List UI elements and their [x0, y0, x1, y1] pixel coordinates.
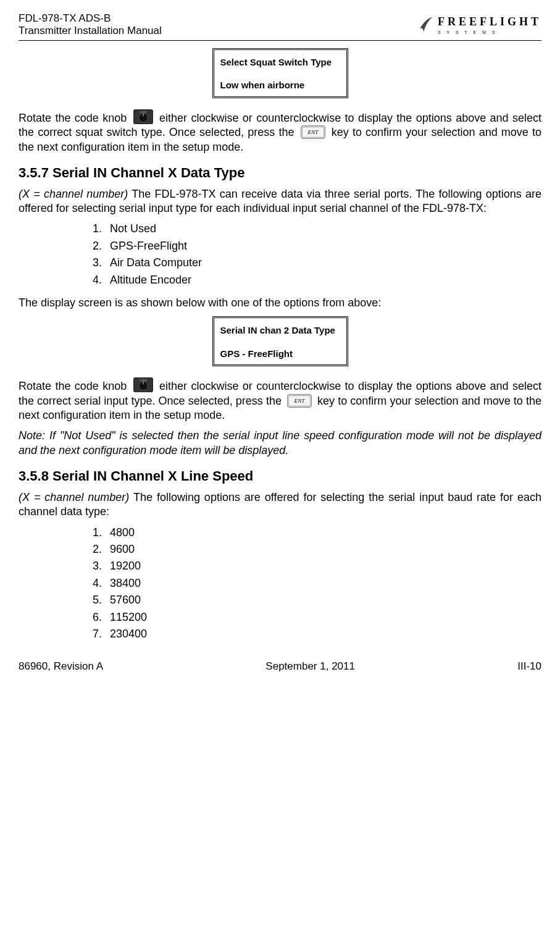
option-label: Altitude Encoder [110, 274, 191, 286]
section-358-options: 1.4800 2.9600 3.19200 4.38400 5.57600 6.… [93, 526, 541, 642]
section-358-para: (X = channel number) The following optio… [19, 490, 541, 519]
list-item: 7.230400 [93, 627, 541, 641]
svg-text:ENT: ENT [307, 130, 319, 136]
section-357-title: 3.5.7 Serial IN Channel X Data Type [19, 164, 541, 182]
option-label: 19200 [110, 560, 141, 572]
footer-center: September 1, 2011 [265, 660, 355, 673]
freeflight-logo: FREEFLIGHT S Y S T E M S [417, 15, 541, 35]
footer-right: III-10 [517, 660, 541, 673]
display-value: Low when airborne [220, 79, 340, 91]
svg-text:ENT: ENT [294, 398, 306, 404]
display-screen-intro: The display screen is as shown below wit… [19, 296, 541, 310]
list-item: 5.57600 [93, 593, 541, 607]
code-knob-icon: CODE [133, 377, 153, 392]
rotate-paragraph-2: Rotate the code knob CODE either clockwi… [19, 377, 541, 422]
option-label: 115200 [110, 611, 147, 623]
option-label: Not Used [110, 222, 156, 235]
display-title: Select Squat Switch Type [220, 56, 340, 69]
list-item: 1.Not Used [93, 222, 541, 236]
option-label: 38400 [110, 577, 141, 589]
display-value: GPS - FreeFlight [220, 348, 340, 360]
logo-subtext: S Y S T E M S [438, 30, 541, 35]
list-item: 4.38400 [93, 576, 541, 591]
section-357-options: 1.Not Used 2.GPS-FreeFlight 3.Air Data C… [93, 222, 541, 287]
doc-title-line1: FDL-978-TX ADS-B [19, 12, 162, 25]
option-label: 57600 [110, 594, 141, 606]
section-358-title: 3.5.8 Serial IN Channel X Line Speed [19, 468, 541, 486]
option-label: 230400 [110, 628, 147, 640]
svg-text:CODE: CODE [140, 111, 147, 114]
rotate-pre: Rotate the code knob [19, 112, 127, 124]
option-label: GPS-FreeFlight [110, 240, 187, 252]
list-item: 4.Altitude Encoder [93, 273, 541, 287]
list-item: 2.GPS-FreeFlight [93, 239, 541, 253]
doc-title: FDL-978-TX ADS-B Transmitter Installatio… [19, 12, 162, 38]
option-label: 4800 [110, 526, 135, 539]
ent-key-icon: ENT [301, 125, 325, 139]
doc-title-line2: Transmitter Installation Manual [19, 25, 162, 37]
section-357-para: (X = channel number) The FDL-978-TX can … [19, 187, 541, 216]
footer-left: 86960, Revision A [19, 660, 103, 673]
logo-text: FREEFLIGHT [438, 15, 541, 29]
svg-text:CODE: CODE [140, 379, 147, 382]
rotate-pre: Rotate the code knob [19, 380, 127, 392]
page-header: FDL-978-TX ADS-B Transmitter Installatio… [19, 12, 541, 41]
list-item: 6.115200 [93, 610, 541, 624]
list-item: 1.4800 [93, 526, 541, 540]
list-item: 3.Air Data Computer [93, 256, 541, 270]
display-squat-switch: Select Squat Switch Type Low when airbor… [212, 48, 348, 98]
code-knob-icon: CODE [133, 109, 153, 124]
page-footer: 86960, Revision A September 1, 2011 III-… [19, 660, 541, 673]
option-label: Air Data Computer [110, 256, 202, 269]
logo-swoosh-icon [417, 16, 434, 33]
note-not-used: Note: If "Not Used" is selected then the… [19, 429, 541, 458]
option-label: 9600 [110, 543, 135, 555]
ent-key-icon: ENT [287, 394, 312, 408]
display-title: Serial IN chan 2 Data Type [220, 324, 340, 337]
list-item: 3.19200 [93, 559, 541, 573]
rotate-paragraph-1: Rotate the code knob CODE either clockwi… [19, 109, 541, 154]
display-serial-in: Serial IN chan 2 Data Type GPS - FreeFli… [212, 316, 348, 366]
list-item: 2.9600 [93, 542, 541, 557]
